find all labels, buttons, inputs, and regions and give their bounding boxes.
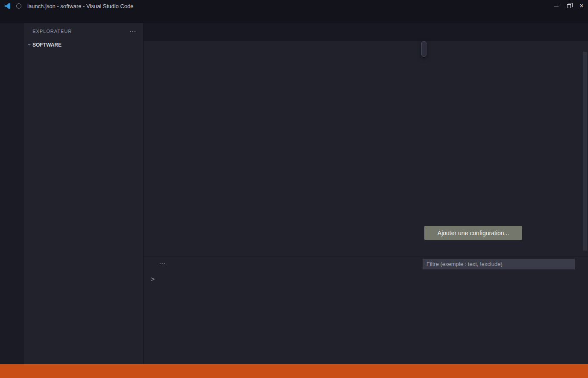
close-button[interactable]: × [575, 0, 588, 12]
section-software[interactable]: › SOFTWARE [24, 39, 143, 50]
window-title: launch.json - software - Visual Studio C… [27, 3, 133, 9]
title-bar: launch.json - software - Visual Studio C… [0, 0, 588, 12]
bottom-panel: ⋯ > [144, 257, 588, 364]
breadcrumb[interactable] [144, 41, 588, 52]
console-prompt[interactable]: > [144, 275, 588, 284]
vscode-logo-icon [3, 2, 11, 10]
debug-console-output[interactable] [144, 271, 588, 275]
explorer-sidebar: EXPLORATEUR ⋯ › SOFTWARE [24, 23, 143, 364]
console-filter-input[interactable] [423, 259, 575, 269]
editor-scrollbar[interactable] [583, 52, 587, 251]
debug-toolbar [421, 41, 426, 57]
sidebar-title: EXPLORATEUR [32, 29, 72, 34]
tab-bar [144, 23, 588, 41]
minimize-button[interactable] [550, 0, 562, 12]
add-configuration-button[interactable]: Ajouter une configuration... [424, 226, 522, 240]
restore-button[interactable] [562, 0, 575, 12]
code-editor[interactable]: Ajouter une configuration... [144, 52, 588, 257]
status-bar [0, 364, 588, 378]
record-circle-icon [16, 3, 21, 9]
window-controls: × [550, 0, 588, 12]
chevron-icon: › [26, 42, 33, 48]
panel-more-icon[interactable]: ⋯ [159, 260, 166, 268]
sidebar-more-icon[interactable]: ⋯ [129, 27, 136, 35]
section-label: SOFTWARE [32, 42, 62, 48]
activity-bar [0, 23, 24, 364]
menu-bar [0, 12, 588, 23]
file-tree [24, 50, 143, 364]
